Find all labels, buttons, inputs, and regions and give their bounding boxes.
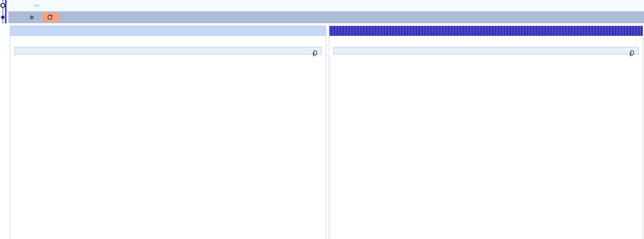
failure-section-label xyxy=(333,37,639,47)
attempt-retry-badge xyxy=(43,13,59,22)
timeline-marker-open-icon xyxy=(0,3,5,8)
input-code-block xyxy=(14,47,322,54)
retry-icon xyxy=(47,14,53,20)
copy-icon[interactable] xyxy=(628,50,636,57)
copy-icon[interactable] xyxy=(311,50,318,57)
failure-code-block xyxy=(333,47,639,54)
event-row-nexus-operation-scheduled[interactable] xyxy=(8,0,644,11)
right-panel-header xyxy=(329,26,643,36)
pending-nexus-operation-panel xyxy=(329,26,643,239)
left-panel-header xyxy=(10,26,326,36)
timeline-marker-filled-icon xyxy=(0,15,5,20)
nexus-operation-scheduled-panel xyxy=(10,26,326,239)
pending-nexus-operation-row[interactable] xyxy=(8,11,644,23)
pending-asterisk-icon xyxy=(28,14,35,21)
input-section-label xyxy=(14,37,322,47)
timeline-active-bar xyxy=(5,0,6,23)
event-input-preview-chip xyxy=(34,4,39,7)
